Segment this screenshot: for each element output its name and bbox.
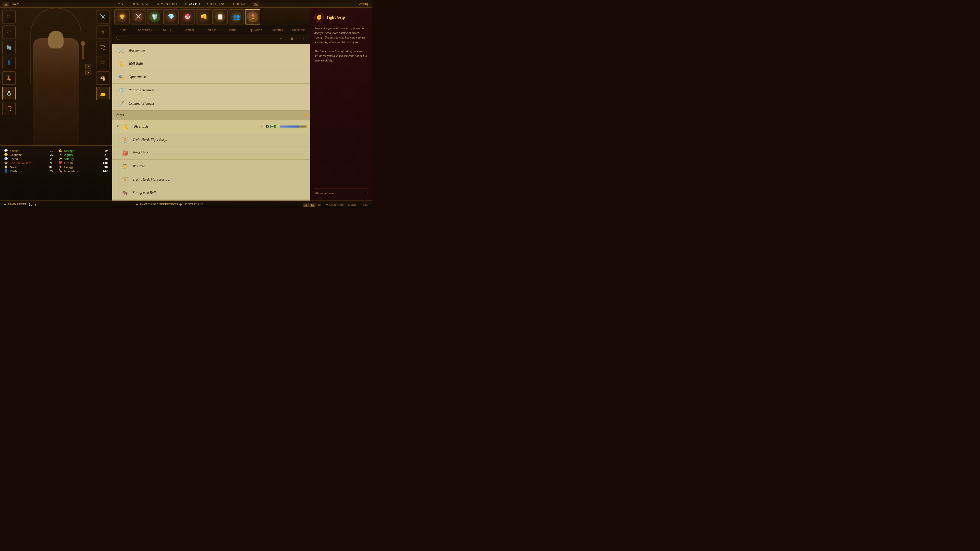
perk-radzigs-heritage[interactable]: 🛡️ Radzig's Heritage bbox=[112, 84, 310, 97]
right-perk-header: ✊ Tight Grip bbox=[314, 13, 368, 22]
character-stats-panel: 💬 Speech 19 😊 Charisma 27 💨 Speed 26 👁️ … bbox=[0, 145, 112, 200]
well-built-icon: 💪 bbox=[116, 59, 126, 68]
stat-strength: 💪 Strength 19 bbox=[59, 149, 108, 153]
progress-marker bbox=[306, 125, 307, 128]
perk-well-built[interactable]: 💪 Well-Built bbox=[112, 57, 310, 70]
tab-buffs[interactable]: Buffs bbox=[222, 26, 244, 34]
right-perk-icon: ✊ bbox=[314, 13, 324, 22]
perk-train-hard-2[interactable]: 🏋️ Train Hard, Fight Easy! II bbox=[112, 173, 310, 186]
diamond-mid2: ◆ bbox=[180, 203, 182, 206]
filter-star[interactable]: ✦ bbox=[277, 35, 284, 43]
equip-slot-body[interactable]: 🛡 bbox=[2, 25, 16, 39]
perk-criminal-element[interactable]: 🗡️ Criminal Element bbox=[112, 97, 310, 110]
strength-expand-icon: 💪 bbox=[121, 122, 130, 131]
change-outfit-action[interactable]: △ Change outfit bbox=[326, 202, 345, 206]
filter-icons: ✦ ♛ ↑ bbox=[277, 35, 307, 43]
tab-icon-3[interactable]: 💎 bbox=[163, 9, 179, 24]
tab-skills[interactable]: Skills bbox=[156, 26, 178, 34]
tab-icon-6[interactable]: 📋 bbox=[212, 9, 228, 24]
nav-codex[interactable]: CODEX bbox=[233, 2, 246, 6]
nav-inventory[interactable]: INVENTORY bbox=[157, 2, 178, 6]
warmonger-name: Warmonger bbox=[129, 48, 145, 52]
equip-slot-weapon1[interactable]: ⚔️ bbox=[96, 10, 110, 24]
equip-left-column: ⛑ 🛡 🧤 👖 👢 💍 📿 bbox=[0, 8, 18, 140]
equip-arrow-down[interactable]: ▼ bbox=[85, 70, 91, 75]
tab-combos[interactable]: Combos bbox=[200, 26, 222, 34]
stat-health: ❤️ Health 100 bbox=[59, 161, 108, 165]
tab-secondary[interactable]: Secondary bbox=[134, 26, 156, 34]
nav-player[interactable]: PLAYER bbox=[185, 2, 200, 6]
conspicuousness-label: Conspicuousness bbox=[10, 161, 44, 165]
section-divider-dot bbox=[304, 114, 307, 116]
criminal-element-icon: 🗡️ bbox=[116, 99, 126, 108]
train-hard-name: Train Hard, Fight Easy! bbox=[133, 138, 167, 142]
speech-value: 19 bbox=[46, 149, 53, 153]
filter-arrow-up[interactable]: ↑ bbox=[300, 35, 307, 43]
nav-journal[interactable]: JOURNAL bbox=[133, 2, 150, 6]
perk-train-hard[interactable]: 🏋️ Train Hard, Fight Easy! bbox=[112, 133, 310, 146]
help-label: Help bbox=[351, 203, 356, 206]
tab-icon-5[interactable]: 👊 bbox=[196, 9, 211, 24]
equip-arrow-up[interactable]: ▲ bbox=[85, 64, 91, 69]
agility-value: 21 bbox=[100, 153, 108, 157]
stat-agility: 🏃 Agility 21 bbox=[59, 153, 108, 157]
filter-crown[interactable]: ♛ bbox=[288, 35, 296, 43]
radzigs-heritage-icon: 🛡️ bbox=[116, 86, 126, 95]
nav-map[interactable]: MAP bbox=[118, 2, 125, 6]
exit-action[interactable]: ○ Exit bbox=[360, 203, 368, 206]
nav-crafting[interactable]: CRAFTING bbox=[207, 2, 226, 6]
stat-speed: 💨 Speed 26 bbox=[4, 157, 53, 161]
pack-mule-icon: 🎒 bbox=[121, 148, 130, 158]
nav-right-crafting: Crafting bbox=[355, 2, 372, 6]
help-action[interactable]: □ Help bbox=[348, 203, 356, 206]
tab-icon-7[interactable]: 👥 bbox=[229, 9, 244, 24]
equip-slot-necklace[interactable]: 📿 bbox=[2, 102, 16, 115]
speech-icon: 💬 bbox=[4, 149, 8, 153]
perk-strong-as-bull[interactable]: 🐂 Strong as a Bull bbox=[112, 186, 310, 200]
tab-stats[interactable]: Stats bbox=[112, 26, 134, 34]
nourishment-label: Nourishment bbox=[64, 169, 99, 173]
equip-slot-pouch[interactable]: 👝 bbox=[96, 87, 110, 100]
perks-list[interactable]: ⚔️ Warmonger 💪 Well-Built 🎭 Opportunist … bbox=[112, 44, 310, 200]
tab-icon-0[interactable]: 🦁 bbox=[115, 9, 130, 24]
health-value: 100 bbox=[100, 161, 108, 165]
train-hard-2-name: Train Hard, Fight Easy! II bbox=[133, 178, 170, 182]
equip-slot-shield[interactable]: 🛡 bbox=[96, 56, 110, 69]
health-label: Health bbox=[64, 161, 99, 165]
player-label: Player bbox=[11, 2, 19, 6]
tab-reputation[interactable]: Reputation bbox=[244, 26, 266, 34]
tab-sidekicks[interactable]: Sidekicks bbox=[288, 26, 310, 34]
filter-az-button[interactable]: A Z bbox=[115, 37, 121, 41]
nourishment-value: 142 bbox=[100, 169, 108, 173]
equip-slot-hands[interactable]: 🧤 bbox=[2, 41, 16, 54]
perk-wrestler[interactable]: 🤼 Wrestler bbox=[112, 160, 310, 173]
opportunist-name: Opportunist bbox=[129, 75, 146, 79]
equip-slot-feet[interactable]: 👢 bbox=[2, 71, 16, 85]
perk-warmonger[interactable]: ⚔️ Warmonger bbox=[112, 44, 310, 57]
equip-slot-legs[interactable]: 👖 bbox=[2, 56, 16, 69]
speed-label: Speed bbox=[10, 157, 44, 161]
equip-slot-weapon2[interactable]: 🗡 bbox=[96, 25, 110, 39]
perk-opportunist[interactable]: 🎭 Opportunist bbox=[112, 70, 310, 84]
tabs-badges: L1 R1 Tabs bbox=[303, 203, 321, 206]
equip-slot-bow[interactable]: 🏹 bbox=[96, 41, 110, 54]
conspicuousness-icon: 👁️ bbox=[4, 161, 8, 165]
tab-icon-4[interactable]: 🎯 bbox=[180, 9, 195, 24]
diamond-mid: ◆ bbox=[136, 203, 138, 206]
train-hard-icon: 🏋️ bbox=[121, 135, 130, 144]
noise-label: Noise bbox=[10, 165, 44, 169]
tab-icon-8[interactable]: 🏺 bbox=[245, 9, 260, 24]
tab-combat[interactable]: Combat bbox=[178, 26, 200, 34]
equip-slot-head[interactable]: ⛑ bbox=[2, 10, 16, 24]
stats-section-label: Stats bbox=[116, 113, 124, 117]
perk-pack-mule[interactable]: 🎒 Pack Mule bbox=[112, 146, 310, 160]
equip-slot-horse[interactable]: 🐴 bbox=[96, 71, 110, 85]
strength-expand-row[interactable]: ▼ 💪 Strength - 15 (+4) bbox=[112, 120, 310, 133]
tab-icon-1[interactable]: ⚔️ bbox=[130, 9, 146, 24]
tab-icon-2[interactable]: 🛡️ bbox=[147, 9, 162, 24]
strength-icon: 💪 bbox=[59, 149, 62, 153]
tab-statistics[interactable]: Statistics bbox=[266, 26, 288, 34]
equip-slot-ring[interactable]: 💍 bbox=[2, 87, 16, 100]
sort-z-label: Z bbox=[119, 38, 121, 40]
main-content: 🦁 ⚔️ 🛡️ 💎 🎯 👊 📋 👥 bbox=[112, 8, 372, 200]
